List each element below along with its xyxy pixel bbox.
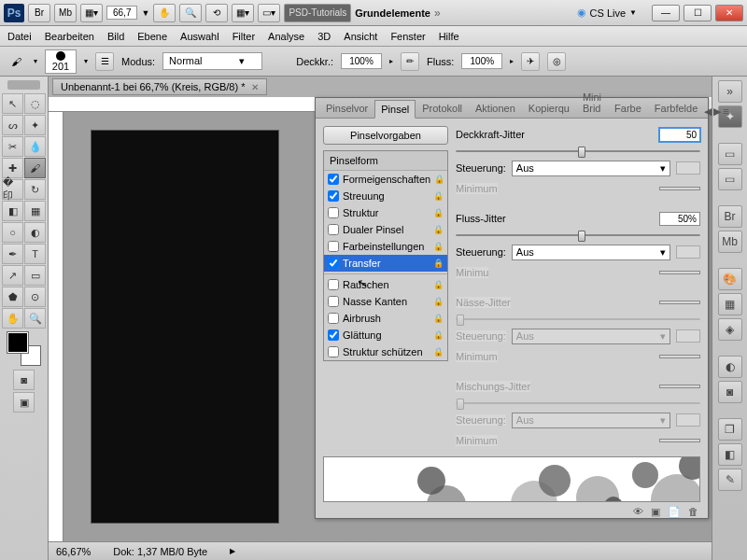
blur-tool[interactable]: ○ — [2, 222, 23, 243]
cslive-label[interactable]: CS Live — [590, 7, 627, 19]
tools-grip[interactable] — [7, 80, 40, 90]
quickmask-tool[interactable]: ◙ — [13, 370, 35, 390]
lock-icon[interactable]: 🔒 — [433, 191, 444, 201]
shape-item-dualer-pinsel[interactable]: Dualer Pinsel🔒 — [324, 221, 447, 238]
crop-tool[interactable]: ✂ — [2, 136, 23, 157]
screenmode-tool[interactable]: ▣ — [13, 392, 35, 413]
lock-icon[interactable]: 🔒 — [433, 242, 444, 251]
tabs-scroll-left-icon[interactable]: ◀ — [704, 105, 712, 118]
control2-select[interactable]: Aus▾ — [512, 245, 670, 260]
workspace-grundelemente[interactable]: Grundelemente — [355, 7, 430, 19]
shape-checkbox[interactable] — [328, 313, 339, 324]
marquee-tool[interactable]: ◌ — [24, 93, 46, 114]
menu-hilfe[interactable]: Hilfe — [439, 31, 459, 42]
shape-item-airbrush[interactable]: Airbrush🔒 — [324, 310, 447, 327]
pen-tool[interactable]: ✒ — [2, 244, 23, 264]
shape-checkbox[interactable] — [328, 279, 339, 290]
delete-brush-icon[interactable]: 🗑 — [688, 506, 698, 517]
status-docinfo[interactable]: Dok: 1,37 MB/0 Byte — [113, 546, 207, 557]
tab-kopierquelle[interactable]: Kopierqu — [522, 99, 576, 118]
shape-item-nasse-kanten[interactable]: Nasse Kanten🔒 — [324, 293, 447, 310]
shape-checkbox[interactable] — [328, 190, 339, 202]
path-tool[interactable]: ↗ — [2, 265, 23, 286]
dock-masks-icon[interactable]: ◙ — [718, 381, 742, 403]
shape-item-rauschen[interactable]: Rauschen🔒↖ — [324, 273, 447, 293]
shape-checkbox[interactable] — [328, 346, 339, 357]
screenmode-button[interactable]: ▭▾ — [258, 4, 280, 22]
tab-pinsel[interactable]: Pinsel — [374, 100, 416, 119]
menu-ebene[interactable]: Ebene — [137, 31, 167, 42]
ruler-vertical[interactable] — [49, 112, 63, 541]
arrange-button[interactable]: ▦▾ — [232, 4, 254, 22]
menu-filter[interactable]: Filter — [233, 31, 255, 42]
tab-pinselvorgaben[interactable]: Pinselvor — [319, 99, 374, 118]
menu-analyse[interactable]: Analyse — [268, 31, 304, 42]
mode-select[interactable]: Normal ▾ — [162, 52, 262, 70]
foreground-color[interactable] — [7, 332, 28, 353]
bridge-button[interactable]: Br — [28, 4, 50, 22]
shape-item-formeigenschaften[interactable]: Formeigenschaften🔒 — [324, 171, 447, 188]
eyedropper-tool[interactable]: 💧 — [24, 136, 46, 157]
dock-layers-icon[interactable]: ❐ — [718, 418, 742, 441]
wand-tool[interactable]: ✦ — [24, 115, 46, 135]
shape-checkbox[interactable] — [328, 174, 339, 185]
gradient-tool[interactable]: ▦ — [24, 201, 46, 221]
save-brush-icon[interactable]: 📄 — [668, 506, 681, 518]
stamp-tool[interactable]: �印 — [2, 179, 23, 200]
toggle-preview-icon[interactable]: 👁 — [633, 506, 643, 517]
airbrush-icon[interactable]: ✈ — [521, 52, 540, 71]
pinselform-header[interactable]: Pinselform — [324, 151, 447, 171]
shape-checkbox[interactable] — [328, 224, 339, 235]
brush-tool[interactable]: 🖌 — [24, 158, 46, 178]
lock-icon[interactable]: 🔒 — [434, 175, 444, 184]
shape-checkbox[interactable] — [328, 241, 339, 252]
dock-adjustments-icon[interactable]: ◐ — [718, 356, 742, 378]
dock-bridge-icon[interactable]: Br — [718, 205, 742, 228]
menu-bild[interactable]: Bild — [107, 31, 124, 42]
shape-item-glättung[interactable]: Glättung🔒 — [324, 327, 447, 343]
tablet-opacity-icon[interactable]: ✏ — [401, 52, 419, 71]
dock-channels-icon[interactable]: ◧ — [718, 443, 742, 466]
shape-checkbox[interactable] — [328, 258, 339, 269]
zoom-button[interactable]: 🔍 — [179, 4, 202, 22]
hand-tool[interactable]: ✋ — [2, 308, 23, 329]
opacity-jitter-input[interactable]: 50 — [659, 128, 700, 142]
menu-auswahl[interactable]: Auswahl — [180, 31, 219, 42]
shape-checkbox[interactable] — [328, 207, 339, 218]
dock-paths-icon[interactable]: ✎ — [718, 469, 742, 491]
panel-menu-icon[interactable]: ≡ — [723, 105, 728, 118]
brush-preview[interactable]: 201 — [45, 49, 77, 74]
dock-actions-icon[interactable]: ▭ — [718, 168, 742, 190]
lock-icon[interactable]: 🔒 — [433, 297, 444, 306]
dock-collapse-icon[interactable]: » — [718, 80, 742, 103]
shape-checkbox[interactable] — [328, 329, 339, 341]
workspace-psd-tutorials[interactable]: PSD-Tutorials — [284, 4, 351, 22]
tab-protokoll[interactable]: Protokoll — [416, 99, 469, 118]
lock-icon[interactable]: 🔒 — [433, 330, 444, 340]
3d-tool[interactable]: ⬟ — [2, 287, 23, 307]
dodge-tool[interactable]: ◐ — [24, 222, 46, 243]
lock-icon[interactable]: 🔒 — [433, 314, 444, 323]
pinselvorgaben-button[interactable]: Pinselvorgaben — [323, 126, 448, 145]
status-zoom[interactable]: 66,67% — [56, 546, 91, 557]
flow-input[interactable]: 100% — [461, 53, 502, 69]
menu-ansicht[interactable]: Ansicht — [344, 31, 377, 42]
history-brush-tool[interactable]: ↻ — [24, 179, 46, 200]
lock-icon[interactable]: 🔒 — [433, 225, 444, 234]
lock-icon[interactable]: 🔒 — [433, 280, 444, 289]
lock-icon[interactable]: 🔒 — [433, 208, 444, 217]
menu-datei[interactable]: Datei — [7, 31, 32, 42]
lasso-tool[interactable]: ᔕ — [2, 115, 23, 135]
menu-bearbeiten[interactable]: Bearbeiten — [45, 31, 94, 42]
minimize-button[interactable]: — — [652, 5, 680, 21]
close-button[interactable]: ✕ — [715, 5, 743, 21]
tab-farbfelder[interactable]: Farbfelde — [648, 99, 704, 118]
lock-icon[interactable]: 🔒 — [433, 347, 444, 357]
chevron-right-icon[interactable]: » — [434, 7, 441, 20]
color-swatches[interactable] — [7, 332, 41, 366]
heal-tool[interactable]: ✚ — [2, 158, 23, 178]
menu-3d[interactable]: 3D — [317, 31, 331, 42]
viewmode-button[interactable]: ▦▾ — [80, 4, 103, 22]
tab-aktionen[interactable]: Aktionen — [469, 99, 522, 118]
maximize-button[interactable]: ☐ — [684, 5, 712, 21]
